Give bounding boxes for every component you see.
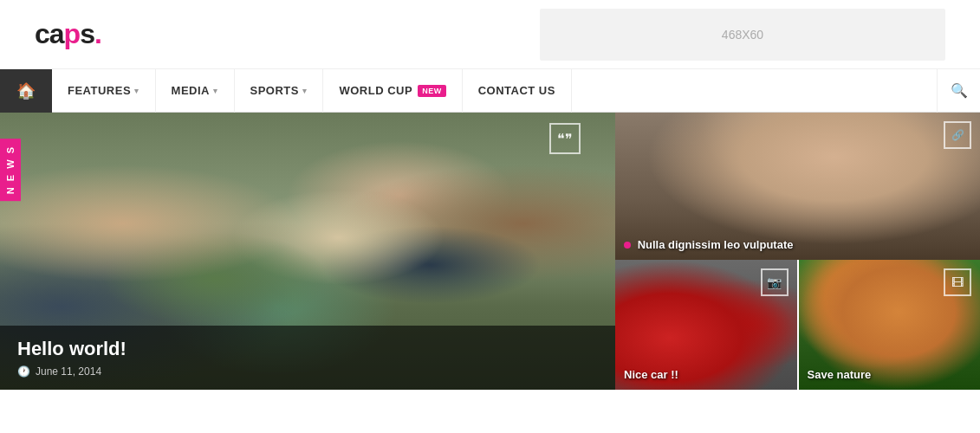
- news-tag: N E W S: [0, 139, 21, 201]
- nav-features[interactable]: FEATURES ▾: [52, 69, 156, 113]
- clock-icon: 🕐: [17, 365, 30, 378]
- quote-icon: ❝❞: [549, 123, 581, 154]
- link-icon: 🔗: [944, 121, 971, 149]
- nav-sports-label: SPORTS: [250, 84, 299, 97]
- nav-media-label: MEDIA: [172, 84, 210, 97]
- search-icon: 🔍: [951, 82, 968, 99]
- navbar: 🏠 FEATURES ▾ MEDIA ▾ SPORTS ▾ WORLD CUP …: [0, 69, 980, 113]
- nav-contact-us[interactable]: CONTACT US: [463, 69, 572, 113]
- nav-world-cup-label: WORLD CUP: [339, 84, 412, 97]
- nav-home-button[interactable]: 🏠: [0, 69, 52, 113]
- logo-s: s.: [80, 18, 101, 49]
- car-article[interactable]: 📷 Nice car !!: [615, 260, 799, 390]
- nav-sports[interactable]: SPORTS ▾: [235, 69, 324, 113]
- featured-article[interactable]: N E W S ❝❞ Hello world! 🕐 June 11, 2014: [0, 113, 615, 390]
- car-caption: Nice car !!: [624, 368, 678, 381]
- logo-p: p: [64, 18, 81, 49]
- sidebar-top-caption-text: Nulla dignissim leo vulputate: [638, 238, 794, 251]
- ad-banner-label: 468X60: [722, 28, 763, 42]
- nature-article[interactable]: 🎞 Save nature: [799, 260, 981, 390]
- article-date: 🕐 June 11, 2014: [17, 365, 598, 378]
- logo-ca: ca: [35, 18, 64, 49]
- logo[interactable]: caps.: [35, 18, 101, 50]
- sidebar-top-caption: Nulla dignissim leo vulputate: [624, 238, 794, 251]
- dot-red: [624, 242, 631, 249]
- home-icon: 🏠: [16, 81, 36, 100]
- header: caps. 468X60: [0, 0, 980, 69]
- article-info: Hello world! 🕐 June 11, 2014: [0, 326, 615, 390]
- chevron-down-icon: ▾: [302, 87, 308, 95]
- chevron-down-icon: ▾: [134, 87, 140, 95]
- sidebar-articles: 🔗 Nulla dignissim leo vulputate 📷 Nice c…: [615, 113, 980, 390]
- search-button[interactable]: 🔍: [937, 69, 980, 113]
- film-icon: 🎞: [944, 268, 971, 296]
- article-date-text: June 11, 2014: [36, 365, 101, 378]
- nav-media[interactable]: MEDIA ▾: [156, 69, 235, 113]
- chevron-down-icon: ▾: [213, 87, 218, 95]
- main-content: N E W S ❝❞ Hello world! 🕐 June 11, 2014 …: [0, 113, 980, 390]
- sidebar-bottom: 📷 Nice car !! 🎞 Save nature: [615, 260, 980, 390]
- ad-banner: 468X60: [540, 9, 945, 61]
- nature-caption: Save nature: [808, 368, 872, 381]
- sidebar-top-article[interactable]: 🔗 Nulla dignissim leo vulputate: [615, 113, 980, 260]
- article-title: Hello world!: [17, 338, 598, 360]
- camera-icon: 📷: [761, 268, 789, 296]
- nav-contact-label: CONTACT US: [478, 84, 555, 97]
- new-badge: NEW: [418, 85, 446, 97]
- nav-features-label: FEATURES: [68, 84, 131, 97]
- nav-world-cup[interactable]: WORLD CUP NEW: [323, 69, 462, 113]
